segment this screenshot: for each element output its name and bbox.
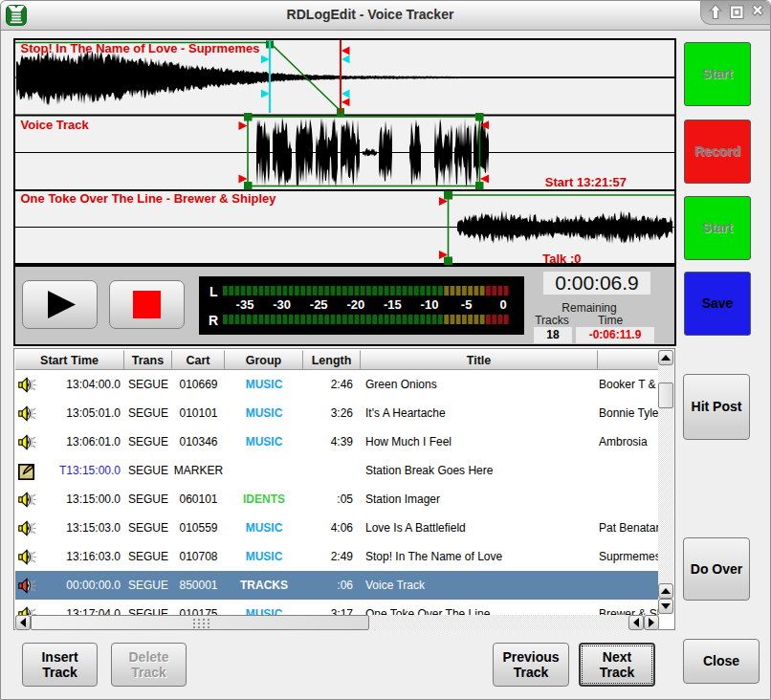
svg-text:-20: -20 <box>346 297 364 312</box>
svg-text:L: L <box>209 284 218 299</box>
svg-text:-15: -15 <box>384 297 402 312</box>
svg-text:Voice Track: Voice Track <box>21 118 90 132</box>
svg-text:-30: -30 <box>273 297 291 312</box>
svg-text:0: 0 <box>500 297 507 312</box>
svg-text:R: R <box>209 313 218 328</box>
svg-text:Stop! In The Name of Love - Su: Stop! In The Name of Love - Suprmemes <box>21 41 260 55</box>
svg-text:-10: -10 <box>421 297 439 312</box>
svg-text:Talk :0: Talk :0 <box>542 252 581 266</box>
svg-text:-25: -25 <box>310 297 328 312</box>
svg-text:Start 13:21:57: Start 13:21:57 <box>545 175 627 189</box>
svg-text:One Toke Over The Line - Brewe: One Toke Over The Line - Brewer & Shiple… <box>21 191 277 206</box>
svg-text:-35: -35 <box>236 297 254 312</box>
svg-text:-5: -5 <box>461 297 473 312</box>
